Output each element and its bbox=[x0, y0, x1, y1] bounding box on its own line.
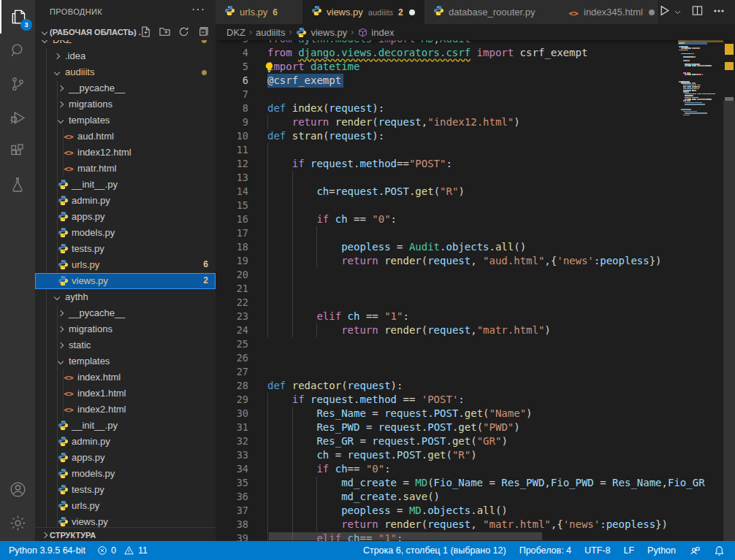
source-control-icon[interactable] bbox=[0, 67, 35, 101]
tree-file-__init__.py[interactable]: __init__.py bbox=[35, 177, 216, 193]
run-python-file-icon[interactable] bbox=[658, 4, 671, 20]
tree-folder-static[interactable]: static bbox=[35, 337, 216, 353]
tree-file-index12.html[interactable]: <>index12.html bbox=[35, 145, 216, 161]
code-line-23[interactable]: 23 elif ch == "1": bbox=[216, 310, 735, 323]
settings-gear-icon[interactable] bbox=[0, 506, 35, 540]
views-more-actions-icon[interactable]: ··· bbox=[191, 3, 205, 16]
vertical-scrollbar-slider[interactable] bbox=[723, 101, 735, 542]
code-line-18[interactable]: 18 peopless = Audit.objects.all() bbox=[216, 240, 735, 254]
tab-database_roouter.py[interactable]: database_roouter.py bbox=[424, 0, 560, 24]
code-line-32[interactable]: 32 Res_GR = request.POST.get("GR") bbox=[216, 434, 735, 448]
code-line-4[interactable]: 4from django.views.decorators.csrf impor… bbox=[216, 46, 735, 60]
tree-folder-__pycache__[interactable]: __pycache__ bbox=[35, 305, 216, 321]
code-line-21[interactable]: 21 bbox=[216, 282, 735, 296]
code-line-16[interactable]: 16 if ch == "0": bbox=[216, 212, 735, 226]
tree-folder-templates[interactable]: templates bbox=[35, 112, 216, 129]
editor-more-actions-icon[interactable] bbox=[713, 5, 725, 20]
account-icon[interactable] bbox=[0, 472, 35, 506]
testing-icon[interactable] bbox=[0, 168, 35, 202]
code-line-29[interactable]: 29 if request.method == 'POST': bbox=[216, 393, 735, 407]
problems-indicator[interactable]: 0 11 bbox=[97, 545, 148, 556]
indentation[interactable]: Пробелов: 4 bbox=[519, 545, 571, 556]
overview-ruler-scrollbar[interactable] bbox=[723, 0, 735, 541]
tree-file-admin.py[interactable]: admin.py bbox=[35, 193, 216, 209]
code-line-24[interactable]: 24 return render(request,"matr.html") bbox=[216, 323, 735, 337]
breadcrumb-item[interactable]: views.py bbox=[311, 27, 347, 38]
code-line-7[interactable]: 7 bbox=[216, 88, 735, 101]
breadcrumb-item[interactable]: DKZ bbox=[226, 27, 245, 38]
feedback-icon[interactable] bbox=[689, 545, 701, 556]
tree-folder-templates[interactable]: templates bbox=[35, 353, 216, 369]
code-line-36[interactable]: 36 md_create.save() bbox=[216, 490, 735, 504]
code-line-5[interactable]: 5import datetime bbox=[216, 60, 735, 74]
cursor-position[interactable]: Строка 6, столбец 1 (выбрано 12) bbox=[363, 545, 506, 556]
run-dropdown-chevron-icon[interactable] bbox=[674, 6, 682, 19]
horizontal-scrollbar[interactable] bbox=[269, 532, 542, 540]
tree-file-tests.py[interactable]: tests.py bbox=[35, 241, 216, 257]
code-line-37[interactable]: 37 peopless = MD.objects.all() bbox=[216, 504, 735, 518]
encoding[interactable]: UTF-8 bbox=[584, 545, 610, 556]
tree-file-urls.py[interactable]: urls.py bbox=[35, 498, 216, 514]
tab-views.py[interactable]: views.pyaudiiits2 bbox=[302, 0, 425, 24]
tree-folder-migrations[interactable]: migrations bbox=[35, 321, 216, 337]
code-line-27[interactable]: 27 bbox=[216, 365, 735, 379]
outline-section-header[interactable]: СТРУКТУРА bbox=[35, 527, 216, 541]
code-line-14[interactable]: 14 ch=request.POST.get("R") bbox=[216, 185, 735, 199]
split-editor-icon[interactable] bbox=[692, 5, 703, 19]
code-line-6[interactable]: 6@csrf_exempt bbox=[216, 74, 735, 88]
code-line-13[interactable]: 13 bbox=[216, 171, 735, 185]
code-line-20[interactable]: 20 bbox=[216, 268, 735, 282]
tree-file-matr.html[interactable]: <>matr.html bbox=[35, 161, 216, 177]
extensions-icon[interactable] bbox=[0, 134, 35, 168]
breadcrumb-item[interactable]: audiiits bbox=[256, 27, 285, 38]
tree-file-index.html[interactable]: <>index.html bbox=[35, 369, 216, 386]
tab-index345.html[interactable]: <>index345.html bbox=[560, 0, 659, 24]
code-line-38[interactable]: 38 return render(request, "matr.html",{'… bbox=[216, 518, 735, 532]
run-and-debug-icon[interactable] bbox=[0, 101, 35, 134]
tree-folder-migrations[interactable]: migrations bbox=[35, 96, 216, 112]
language-mode[interactable]: Python bbox=[647, 545, 676, 556]
code-line-8[interactable]: 8def index(request): bbox=[216, 101, 735, 115]
tree-file-models.py[interactable]: models.py bbox=[35, 225, 216, 241]
python-interpreter[interactable]: Python 3.9.5 64-bit bbox=[9, 545, 85, 556]
code-line-22[interactable]: 22 bbox=[216, 296, 735, 310]
code-line-15[interactable]: 15 bbox=[216, 199, 735, 212]
dirty-dot-icon[interactable] bbox=[649, 9, 655, 15]
code-line-35[interactable]: 35 md_create = MD(Fio_Name = Res_PWD,Fio… bbox=[216, 476, 735, 490]
dirty-dot-icon[interactable] bbox=[409, 9, 415, 15]
code-line-12[interactable]: 12 if request.method=="POST": bbox=[216, 157, 735, 171]
code-line-25[interactable]: 25 bbox=[216, 337, 735, 351]
tree-file-apps.py[interactable]: apps.py bbox=[35, 450, 216, 466]
code-line-17[interactable]: 17 bbox=[216, 226, 735, 240]
tree-file-apps.py[interactable]: apps.py bbox=[35, 209, 216, 225]
eol-sequence[interactable]: LF bbox=[623, 545, 634, 556]
code-line-26[interactable]: 26 bbox=[216, 351, 735, 365]
tree-file-__init__.py[interactable]: __init__.py bbox=[35, 418, 216, 434]
tree-file-aud.html[interactable]: <>aud.html bbox=[35, 129, 216, 145]
collapse-all-icon[interactable] bbox=[197, 26, 208, 40]
tree-folder-aythh[interactable]: aythh bbox=[35, 289, 216, 305]
refresh-icon[interactable] bbox=[178, 26, 189, 40]
tree-folder-__pycache__[interactable]: __pycache__ bbox=[35, 80, 216, 96]
tree-file-models.py[interactable]: models.py bbox=[35, 466, 216, 482]
code-line-33[interactable]: 33 ch = request.POST.get("R") bbox=[216, 448, 735, 462]
breadcrumb-item[interactable]: index bbox=[371, 27, 394, 38]
code-line-11[interactable]: 11 bbox=[216, 143, 735, 157]
new-file-icon[interactable] bbox=[140, 26, 151, 40]
code-line-34[interactable]: 34 if ch== "0": bbox=[216, 462, 735, 476]
tree-file-views.py[interactable]: views.py2 bbox=[35, 273, 216, 289]
lightbulb-icon[interactable] bbox=[264, 61, 275, 73]
tree-file-index1.html[interactable]: <>index1.html bbox=[35, 386, 216, 402]
tree-file-admin.py[interactable]: admin.py bbox=[35, 434, 216, 450]
tree-file-index2.html[interactable]: <>index2.html bbox=[35, 402, 216, 418]
code-line-31[interactable]: 31 Res_PWD = request.POST.get("PWD") bbox=[216, 421, 735, 434]
notifications-bell-icon[interactable] bbox=[714, 545, 725, 556]
tree-file-urls.py[interactable]: urls.py6 bbox=[35, 257, 216, 273]
code-line-9[interactable]: 9 return render(request,"index12.html") bbox=[216, 115, 735, 129]
code-line-30[interactable]: 30 Res_Name = request.POST.get("Name") bbox=[216, 407, 735, 421]
code-line-28[interactable]: 28def redactor(request): bbox=[216, 379, 735, 393]
code-line-10[interactable]: 10def stran(request): bbox=[216, 129, 735, 143]
tree-folder-audiiits[interactable]: audiiits bbox=[35, 64, 216, 80]
new-folder-icon[interactable] bbox=[159, 26, 170, 40]
explorer-icon[interactable]: 3 bbox=[0, 0, 37, 34]
